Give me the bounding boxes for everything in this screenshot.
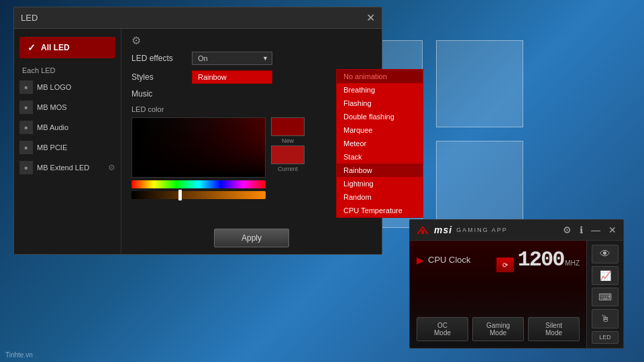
dd-item-cpu-temperature[interactable]: CPU Temperature bbox=[337, 204, 423, 217]
watermark-text: Tinhte.vn bbox=[5, 351, 33, 359]
hue-slider[interactable] bbox=[131, 180, 266, 188]
apply-section: Apply bbox=[121, 229, 382, 247]
keyboard-button[interactable]: ⌨ bbox=[592, 288, 619, 306]
chart-button[interactable]: 📈 bbox=[592, 266, 619, 285]
led-window: LED ✕ ✓ All LED Each LED ■ MB LOGO ■ MB … bbox=[13, 7, 382, 255]
mb-audio-label: MB Audio bbox=[37, 123, 68, 131]
chart-icon: 📈 bbox=[600, 270, 611, 281]
led-titlebar: LED ✕ bbox=[14, 7, 382, 29]
gaming-mode-button[interactable]: GamingMode bbox=[472, 317, 524, 341]
color-preview-current bbox=[271, 145, 305, 164]
styles-dropdown: No animation Breathing Flashing Double f… bbox=[336, 69, 423, 218]
msi-title-text: msi bbox=[434, 225, 452, 235]
led-effects-select-wrapper: On Off bbox=[192, 52, 272, 65]
mb-pcie-label: MB PCIE bbox=[37, 143, 67, 152]
msi-cpu-value: 1200 MHZ bbox=[518, 247, 580, 272]
dd-item-stack[interactable]: Stack bbox=[337, 150, 423, 164]
mb-logo-label: MB LOGO bbox=[37, 83, 71, 91]
msi-title-left: msi GAMING APP bbox=[415, 225, 508, 235]
all-led-label: All LED bbox=[41, 43, 70, 52]
dd-item-double-flashing[interactable]: Double flashing bbox=[337, 110, 423, 123]
msi-arrow-icon: ▶ bbox=[417, 255, 424, 265]
msi-red-btn[interactable]: ⟳ bbox=[496, 257, 514, 272]
dd-item-marquee[interactable]: Marquee bbox=[337, 123, 423, 137]
msi-body: ▶ CPU Clock ⟳ 1200 MHZ OCMode GamingMode… bbox=[410, 241, 623, 348]
mb-mos-label: MB MOS bbox=[37, 103, 67, 111]
new-label: New bbox=[282, 137, 294, 144]
msi-title-controls: ⚙ ℹ — ✕ bbox=[561, 223, 618, 237]
apply-button[interactable]: Apply bbox=[214, 229, 289, 247]
eye-icon: 👁 bbox=[600, 248, 610, 260]
msi-cpu-label: CPU Clock bbox=[428, 255, 471, 265]
eye-button[interactable]: 👁 bbox=[592, 245, 619, 263]
keyboard-icon: ⌨ bbox=[598, 292, 612, 302]
led-button[interactable]: LED bbox=[592, 331, 619, 344]
led-item-mb-logo[interactable]: ■ MB LOGO bbox=[14, 77, 121, 97]
msi-minimize-button[interactable]: — bbox=[590, 223, 602, 237]
led-styles-select-wrapper: Rainbow bbox=[192, 70, 272, 84]
msi-gaming-app: msi GAMING APP ⚙ ℹ — ✕ ▶ CPU Clock ⟳ bbox=[409, 219, 624, 349]
led-content: ✓ All LED Each LED ■ MB LOGO ■ MB MOS ■ … bbox=[14, 29, 382, 254]
led-effects-row: LED effects On Off bbox=[131, 52, 372, 65]
msi-sidebar: 👁 📈 ⌨ 🖱 LED bbox=[586, 241, 623, 348]
led-label: LED bbox=[599, 334, 611, 341]
msi-cpu-unit: MHZ bbox=[565, 259, 580, 267]
mb-mos-icon: ■ bbox=[19, 101, 33, 114]
win-pane-tr bbox=[436, 40, 523, 127]
msi-logo bbox=[415, 225, 430, 235]
led-color-box[interactable] bbox=[131, 117, 266, 178]
svg-rect-1 bbox=[421, 230, 424, 234]
mb-pcie-icon: ■ bbox=[19, 141, 33, 154]
dd-item-breathing[interactable]: Breathing bbox=[337, 83, 423, 97]
mouse-icon: 🖱 bbox=[600, 313, 610, 324]
oc-mode-button[interactable]: OCMode bbox=[417, 317, 468, 341]
led-extend-settings-icon[interactable]: ⚙ bbox=[108, 163, 115, 172]
mb-extend-icon: ■ bbox=[19, 161, 33, 174]
led-effects-select[interactable]: On Off bbox=[192, 52, 272, 65]
led-music-label: Music bbox=[131, 89, 192, 99]
led-window-title: LED bbox=[21, 13, 38, 23]
color-preview-new bbox=[271, 117, 305, 136]
win-pane-br bbox=[436, 141, 523, 228]
led-main-panel: ⚙ LED effects On Off Styles Rai bbox=[121, 29, 382, 254]
led-close-button[interactable]: ✕ bbox=[366, 11, 375, 24]
msi-subtitle-text: GAMING APP bbox=[456, 227, 508, 233]
msi-main-panel: ▶ CPU Clock ⟳ 1200 MHZ OCMode GamingMode… bbox=[410, 241, 586, 348]
mouse-button[interactable]: 🖱 bbox=[592, 309, 619, 328]
silent-mode-button[interactable]: SilentMode bbox=[528, 317, 580, 341]
led-item-mb-mos[interactable]: ■ MB MOS bbox=[14, 97, 121, 117]
dd-item-random[interactable]: Random bbox=[337, 190, 423, 204]
led-settings-icon[interactable]: ⚙ bbox=[131, 34, 141, 47]
led-styles-select[interactable]: Rainbow bbox=[192, 70, 272, 84]
msi-red-btn-icon: ⟳ bbox=[502, 261, 508, 269]
msi-cpu-number: 1200 bbox=[518, 247, 564, 272]
current-label: Current bbox=[278, 166, 298, 172]
each-led-title: Each LED bbox=[14, 61, 121, 77]
led-item-mb-pcie[interactable]: ■ MB PCIE bbox=[14, 137, 121, 158]
dd-item-rainbow[interactable]: Rainbow bbox=[337, 164, 423, 177]
led-sidebar: ✓ All LED Each LED ■ MB LOGO ■ MB MOS ■ … bbox=[14, 29, 121, 254]
msi-modes: OCMode GamingMode SilentMode bbox=[417, 317, 580, 341]
check-icon: ✓ bbox=[28, 42, 36, 53]
led-styles-label: Styles bbox=[131, 72, 192, 82]
led-item-mb-audio[interactable]: ■ MB Audio bbox=[14, 117, 121, 137]
led-item-mb-extend[interactable]: ■ MB Extend LED ⚙ bbox=[14, 158, 121, 178]
dd-item-flashing[interactable]: Flashing bbox=[337, 97, 423, 110]
led-effects-label: LED effects bbox=[131, 54, 192, 63]
watermark: Tinhte.vn bbox=[5, 351, 33, 359]
mb-logo-icon: ■ bbox=[19, 80, 33, 94]
msi-logo-svg bbox=[415, 225, 430, 235]
dd-item-lightning[interactable]: Lightning bbox=[337, 177, 423, 190]
msi-info-button[interactable]: ℹ bbox=[578, 223, 584, 237]
all-led-button[interactable]: ✓ All LED bbox=[19, 37, 115, 58]
mb-extend-label: MB Extend LED bbox=[37, 164, 89, 172]
dd-item-meteor[interactable]: Meteor bbox=[337, 137, 423, 150]
msi-close-button[interactable]: ✕ bbox=[607, 223, 618, 237]
msi-titlebar: msi GAMING APP ⚙ ℹ — ✕ bbox=[410, 220, 623, 241]
mb-audio-icon: ■ bbox=[19, 121, 33, 134]
msi-settings-button[interactable]: ⚙ bbox=[561, 223, 573, 237]
dd-item-no-animation[interactable]: No animation bbox=[337, 70, 423, 83]
brightness-slider[interactable] bbox=[131, 191, 266, 199]
